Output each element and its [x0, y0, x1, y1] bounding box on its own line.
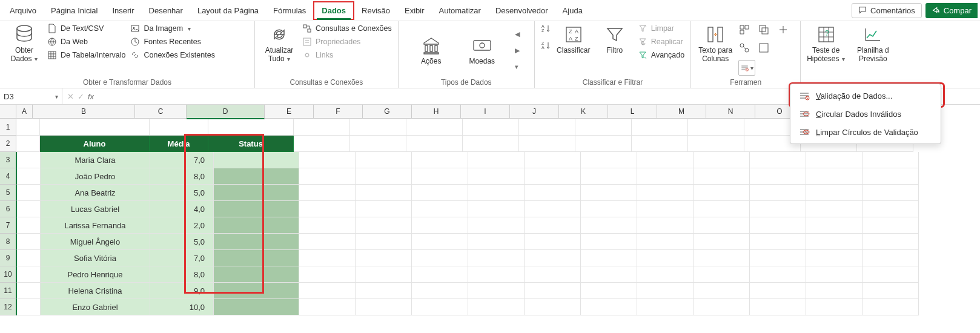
atualizar-tudo-button[interactable]: AtualizarTudo ▾: [261, 24, 297, 64]
cell-J7[interactable]: [581, 217, 637, 234]
cell-J4[interactable]: [581, 168, 637, 185]
row-header-6[interactable]: 6: [0, 201, 17, 217]
da-web-button[interactable]: Da Web: [47, 37, 125, 47]
cell-L6[interactable]: [694, 201, 750, 217]
cell-M6[interactable]: [750, 201, 806, 217]
cell-A2[interactable]: [16, 136, 40, 152]
menu-tab-página-inicial[interactable]: Página Inicial: [44, 2, 105, 19]
column-header-M[interactable]: M: [657, 105, 706, 119]
cell-A6[interactable]: [17, 201, 41, 217]
cell-B12[interactable]: Enzo Gabriel: [41, 299, 150, 315]
cell-M8[interactable]: [750, 234, 806, 250]
relations-icon[interactable]: [738, 42, 755, 58]
fontes-recentes-button[interactable]: Fontes Recentes: [130, 37, 214, 47]
menu-tab-revisão[interactable]: Revisão: [354, 2, 397, 19]
cell-C11[interactable]: 9,0: [150, 283, 214, 299]
cell-K3[interactable]: [637, 152, 694, 168]
cell-H4[interactable]: [468, 168, 525, 185]
cell-E5[interactable]: [299, 185, 356, 201]
cell-J12[interactable]: [581, 299, 637, 315]
cell-K8[interactable]: [637, 234, 694, 250]
cell-H5[interactable]: [468, 185, 525, 201]
cell-B6[interactable]: Lucas Gabriel: [41, 201, 150, 217]
cell-N8[interactable]: [806, 234, 862, 250]
cell-C2[interactable]: Média: [150, 136, 208, 152]
cell-O12[interactable]: [862, 299, 919, 315]
cell-F6[interactable]: [356, 201, 412, 217]
cell-O3[interactable]: [862, 152, 919, 168]
tabela-intervalo-button[interactable]: De Tabela/Intervalo: [47, 50, 125, 60]
cancel-icon[interactable]: ✕: [67, 92, 74, 101]
cell-K10[interactable]: [637, 266, 694, 283]
cell-F10[interactable]: [356, 266, 412, 283]
cell-G5[interactable]: [412, 185, 468, 201]
cell-B5[interactable]: Ana Beatriz: [41, 185, 150, 201]
column-header-N[interactable]: N: [706, 105, 755, 119]
cell-M7[interactable]: [750, 217, 806, 234]
sort-asc-button[interactable]: AZ: [541, 24, 551, 33]
cell-N4[interactable]: [806, 168, 862, 185]
cell-I2[interactable]: [519, 136, 575, 152]
cell-D8[interactable]: [214, 234, 299, 250]
cell-I9[interactable]: [525, 250, 581, 266]
cell-B11[interactable]: Helena Cristina: [41, 283, 150, 299]
menu-tab-fórmulas[interactable]: Fórmulas: [266, 2, 313, 19]
cell-G3[interactable]: [412, 152, 468, 168]
cell-L12[interactable]: [694, 299, 750, 315]
row-header-4[interactable]: 4: [0, 168, 17, 185]
da-imagem-button[interactable]: Da Imagem▾: [130, 24, 214, 33]
row-header-7[interactable]: 7: [0, 217, 17, 234]
cell-G2[interactable]: [406, 136, 463, 152]
dropdown-item-limpar[interactable]: Limpar Círculos de Validação: [790, 123, 941, 141]
cell-L10[interactable]: [694, 266, 750, 283]
cell-G1[interactable]: [406, 119, 463, 136]
cell-D12[interactable]: [214, 299, 299, 315]
cell-A4[interactable]: [17, 168, 41, 185]
cell-K1[interactable]: [632, 119, 688, 136]
row-header-12[interactable]: 12: [0, 299, 17, 315]
cell-F4[interactable]: [356, 168, 412, 185]
cell-C10[interactable]: 8,0: [150, 266, 214, 283]
dropdown-item-validacao[interactable]: Validação de Dados...: [790, 87, 941, 105]
data-validation-split-button[interactable]: ▾: [738, 60, 755, 76]
cell-B8[interactable]: Miguel Ângelo: [41, 234, 150, 250]
cell-L8[interactable]: [694, 234, 750, 250]
cell-C9[interactable]: 7,0: [150, 250, 214, 266]
cell-H7[interactable]: [468, 217, 525, 234]
cell-J2[interactable]: [575, 136, 632, 152]
cell-D2[interactable]: Status: [208, 136, 294, 152]
menu-tab-ajuda[interactable]: Ajuda: [555, 2, 590, 19]
planilha-previsao-button[interactable]: Planilha dPrevisão: [855, 24, 891, 64]
cell-H2[interactable]: [463, 136, 519, 152]
cell-I6[interactable]: [525, 201, 581, 217]
cell-D9[interactable]: [214, 250, 299, 266]
cell-A12[interactable]: [17, 299, 41, 315]
cell-K9[interactable]: [637, 250, 694, 266]
row-header-9[interactable]: 9: [0, 250, 17, 266]
cell-B1[interactable]: [40, 119, 150, 136]
cell-O9[interactable]: [862, 250, 919, 266]
scroll-left-icon[interactable]: ◀: [515, 30, 520, 38]
cell-H3[interactable]: [468, 152, 525, 168]
cell-D7[interactable]: [214, 217, 299, 234]
menu-tab-layout-da-página[interactable]: Layout da Página: [190, 2, 266, 19]
cell-J6[interactable]: [581, 201, 637, 217]
cell-M9[interactable]: [750, 250, 806, 266]
cell-I4[interactable]: [525, 168, 581, 185]
cell-J8[interactable]: [581, 234, 637, 250]
cell-O10[interactable]: [862, 266, 919, 283]
cell-O5[interactable]: [862, 185, 919, 201]
cell-D10[interactable]: [214, 266, 299, 283]
cell-O6[interactable]: [862, 201, 919, 217]
cell-C5[interactable]: 5,0: [150, 185, 214, 201]
cell-H12[interactable]: [468, 299, 525, 315]
column-header-A[interactable]: A: [16, 105, 33, 119]
cell-I1[interactable]: [519, 119, 575, 136]
cell-I11[interactable]: [525, 283, 581, 299]
cell-M10[interactable]: [750, 266, 806, 283]
cell-L11[interactable]: [694, 283, 750, 299]
cell-F11[interactable]: [356, 283, 412, 299]
cell-L4[interactable]: [694, 168, 750, 185]
cell-K6[interactable]: [637, 201, 694, 217]
sort-desc-button[interactable]: ZA: [541, 41, 551, 50]
